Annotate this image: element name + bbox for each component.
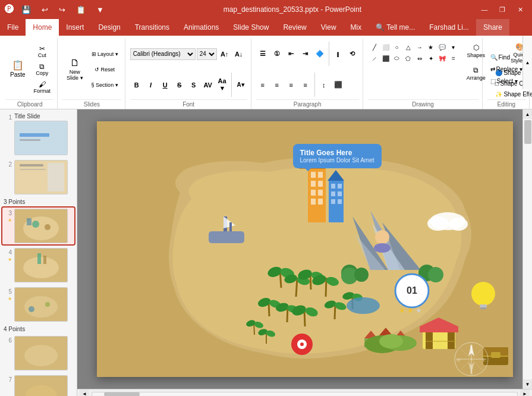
slide-item-1[interactable]: 1 Title Slide [2,112,74,156]
shape-star[interactable]: ★ [426,42,436,52]
format-painter-icon: 🖌 [39,81,46,88]
select-button[interactable]: ⬚ Select ▾ [487,76,525,86]
justify-btn[interactable]: ≡ [299,79,312,91]
menu-design[interactable]: Design [91,19,127,36]
menu-home[interactable]: Home [26,19,59,36]
shape-line[interactable]: ╱ [369,42,380,52]
shadow-btn[interactable]: S [187,79,200,91]
underline-btn[interactable]: U [159,79,172,91]
slide-item-5[interactable]: 5 ★ [2,286,74,323]
new-slide-button[interactable]: 🗋 NewSlide ▾ [62,52,87,87]
para-expand-btn[interactable]: ⬛ [332,79,345,91]
shape-line2[interactable]: ⟋ [369,53,380,64]
bullets-btn[interactable]: ☰ [256,48,269,60]
align-left-btn[interactable]: ≡ [256,79,269,91]
increase-indent-btn[interactable]: ⇥ [299,48,312,60]
increase-font-btn[interactable]: A↑ [218,48,231,60]
svg-point-68 [428,267,443,282]
svg-rect-14 [37,253,41,264]
shape-circle[interactable]: ○ [392,42,402,52]
undo-btn[interactable]: ↩ [38,4,52,15]
shape-ribbon[interactable]: 🎀 [437,53,448,64]
canvas-scroll-area: 01 ★ ★ ★ [77,109,532,389]
shape-darrow[interactable]: ⇔ [414,53,425,64]
shape-bstar[interactable]: ✦ [426,53,436,64]
h-scroll-thumb[interactable] [104,392,140,396]
menu-file[interactable]: File [0,19,26,36]
scroll-thumb[interactable] [524,120,531,144]
shape-ellipse[interactable]: ⬭ [392,53,402,64]
font-case-btn[interactable]: Aa ▾ [216,79,229,91]
replace-button[interactable]: ⇄ Replace ▾ [487,64,525,74]
bold-btn[interactable]: B [130,79,143,91]
svg-rect-0 [15,121,67,155]
close-btn[interactable]: ✕ [513,2,527,17]
ribbon-collapse-btn[interactable]: ▲ [522,36,532,89]
scroll-up-btn[interactable]: ▲ [523,109,532,119]
italic-btn[interactable]: I [144,79,158,91]
align-center-btn[interactable]: ≡ [270,79,284,91]
minimize-btn[interactable]: — [477,2,492,17]
svg-rect-5 [48,163,64,191]
slide-item-7[interactable]: 7 [2,374,74,396]
canvas-area[interactable]: 01 ★ ★ ★ [77,109,532,389]
slide-item-2[interactable]: 2 [2,159,74,196]
scroll-down-btn[interactable]: ▼ [523,379,532,389]
shape-rect[interactable]: ⬜ [380,42,391,52]
svg-rect-99 [209,231,244,243]
reset-button[interactable]: ↺ Reset [89,62,121,77]
svg-text:N: N [470,345,473,349]
menu-review[interactable]: Review [276,19,313,36]
slide-3-star: ★ [8,218,12,223]
scroll-left-btn[interactable]: ◄ [80,389,89,397]
font-color-btn[interactable]: A▾ [234,79,247,91]
shape-eq[interactable]: = [448,53,459,64]
shape-tri[interactable]: △ [403,42,414,52]
slide-item-3[interactable]: 3 ★ [2,208,74,244]
font-size-select[interactable]: 24 [197,48,217,60]
scroll-right-btn[interactable]: ► [520,389,530,397]
redo-btn[interactable]: ↪ [55,4,69,15]
save-btn[interactable]: 💾 [18,4,34,15]
svg-rect-88 [311,199,316,205]
slide-item-4[interactable]: 4 ★ [2,247,74,284]
line-spacing-btn[interactable]: ↕ [317,79,330,91]
format-painter-button[interactable]: 🖌Format [31,79,54,96]
cut-button[interactable]: ✂Cut [31,43,54,60]
pin-btn[interactable]: 📋 [73,4,89,15]
menu-animations[interactable]: Animations [177,19,226,36]
shape-penta[interactable]: ⬠ [403,53,414,64]
svg-rect-102 [229,222,232,231]
section-button[interactable]: § Section ▾ [89,78,121,92]
font-family-select[interactable]: Calibri (Headings) [130,48,196,60]
shape-arrow[interactable]: → [414,42,425,52]
menu-share[interactable]: Share [476,19,509,36]
decrease-indent-btn[interactable]: ⇤ [285,48,298,60]
align-right-btn[interactable]: ≡ [285,79,298,91]
para-sep2 [314,73,315,97]
layout-button[interactable]: ⊞ Layout ▾ [89,47,121,61]
decrease-font-btn[interactable]: A↓ [232,48,245,60]
menu-view[interactable]: View [314,19,344,36]
menu-mix[interactable]: Mix [344,19,369,36]
find-button[interactable]: 🔍 Find [487,52,525,62]
copy-button[interactable]: ⧉Copy [31,61,54,78]
strikethrough-btn[interactable]: S [173,79,186,91]
menu-tellme[interactable]: 🔍Tell me... [369,19,422,36]
slide-item-6[interactable]: 6 [2,335,74,372]
shape-more[interactable]: ▾ [448,42,459,52]
menu-insert[interactable]: Insert [59,19,91,36]
shape-rrect[interactable]: ⬛ [380,53,391,64]
qa-dropdown[interactable]: ▼ [93,4,108,15]
text-dir-btn[interactable]: ⟲ [346,48,359,60]
numbering-btn[interactable]: ① [270,48,284,60]
menu-user[interactable]: Farshad Li... [422,19,476,36]
menu-slideshow[interactable]: Slide Show [226,19,276,36]
columns-btn[interactable]: ⫿ [332,48,345,60]
maximize-btn[interactable]: ❐ [495,2,509,17]
paste-button[interactable]: 📋 Paste [6,39,30,99]
smartart-btn[interactable]: 🔷 [313,48,326,60]
shape-callout[interactable]: 💬 [437,42,448,52]
char-spacing-btn[interactable]: AV [202,79,215,91]
menu-transitions[interactable]: Transitions [128,19,177,36]
